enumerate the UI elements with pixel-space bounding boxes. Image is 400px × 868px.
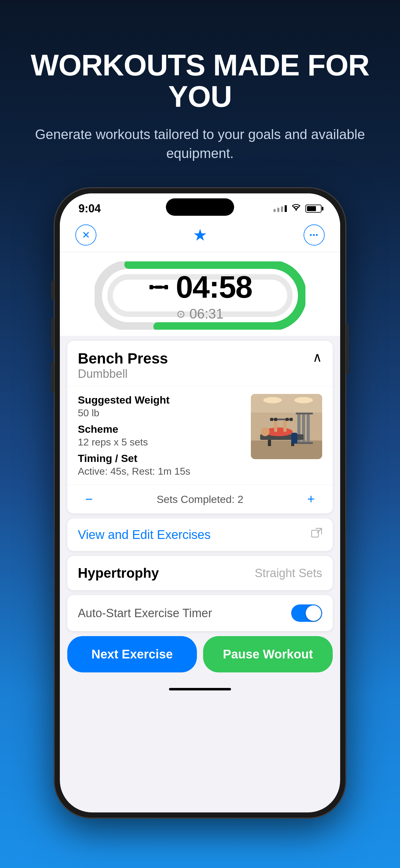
status-icons bbox=[273, 204, 322, 214]
timer-content: 04:58 ⊙ 06:31 bbox=[148, 269, 252, 321]
person-icon: ⊙ bbox=[176, 308, 185, 320]
exercise-card: Bench Press Dumbbell ∧ Suggested Weight … bbox=[67, 341, 333, 514]
svg-point-0 bbox=[296, 210, 297, 211]
view-edit-button[interactable]: View and Edit Exercises bbox=[67, 519, 333, 551]
sets-completed-text: Sets Completed: 2 bbox=[157, 493, 243, 505]
exercise-details: Suggested Weight 50 lb Scheme 12 reps x … bbox=[67, 386, 333, 485]
svg-rect-32 bbox=[291, 433, 297, 444]
status-bar: 9:04 bbox=[60, 193, 340, 218]
auto-start-label: Auto-Start Exercise Timer bbox=[78, 607, 212, 620]
close-button[interactable]: ✕ bbox=[75, 224, 96, 246]
svg-rect-31 bbox=[290, 418, 293, 421]
svg-rect-6 bbox=[155, 286, 163, 289]
signal-dot-4 bbox=[285, 205, 287, 212]
timer-sub-display: 06:31 bbox=[190, 306, 224, 321]
auto-start-toggle[interactable] bbox=[291, 604, 322, 622]
svg-rect-10 bbox=[251, 394, 322, 412]
pause-workout-button[interactable]: Pause Workout bbox=[203, 636, 333, 673]
status-time: 9:04 bbox=[78, 202, 101, 215]
scheme-value: 12 reps x 5 sets bbox=[78, 436, 241, 448]
svg-rect-33 bbox=[312, 530, 319, 537]
svg-rect-5 bbox=[153, 286, 155, 288]
svg-point-23 bbox=[261, 428, 269, 436]
auto-start-card: Auto-Start Exercise Timer bbox=[67, 595, 333, 631]
phone-volume-down-button bbox=[51, 362, 54, 393]
svg-point-13 bbox=[294, 397, 313, 403]
bottom-buttons: Next Exercise Pause Workout bbox=[60, 636, 340, 685]
hero-subtitle: Generate workouts tailored to your goals… bbox=[25, 125, 375, 163]
timer-sub: ⊙ 06:31 bbox=[148, 306, 252, 321]
dynamic-island bbox=[166, 198, 234, 216]
timer-section: 04:58 ⊙ 06:31 bbox=[60, 252, 340, 336]
exercise-name: Bench Press bbox=[78, 349, 168, 368]
suggested-weight-label: Suggested Weight bbox=[78, 394, 241, 406]
toggle-thumb bbox=[306, 606, 321, 621]
workout-type-card: Hypertrophy Straight Sets bbox=[67, 556, 333, 590]
chevron-up-icon[interactable]: ∧ bbox=[312, 349, 322, 365]
svg-rect-7 bbox=[163, 286, 164, 288]
more-icon: ••• bbox=[309, 231, 319, 239]
svg-rect-4 bbox=[149, 285, 153, 289]
view-edit-label: View and Edit Exercises bbox=[78, 528, 210, 542]
exercise-type: Dumbbell bbox=[78, 367, 168, 381]
wifi-icon bbox=[291, 204, 301, 214]
favorite-icon[interactable]: ★ bbox=[193, 226, 207, 244]
next-exercise-button[interactable]: Next Exercise bbox=[67, 636, 197, 673]
timing-label: Timing / Set bbox=[78, 452, 241, 464]
close-icon: ✕ bbox=[82, 229, 90, 241]
signal-dot-3 bbox=[281, 207, 283, 212]
sets-minus-button[interactable]: − bbox=[80, 492, 98, 507]
gym-image-svg bbox=[251, 394, 322, 459]
timing-value: Active: 45s, Rest: 1m 15s bbox=[78, 466, 241, 477]
exercise-info: Suggested Weight 50 lb Scheme 12 reps x … bbox=[78, 394, 241, 477]
timer-main-display: 04:58 bbox=[176, 269, 252, 305]
svg-rect-28 bbox=[270, 418, 273, 421]
hero-title: WORKOUTS MADE FOR YOU bbox=[25, 50, 375, 113]
svg-rect-30 bbox=[286, 418, 289, 421]
exercise-title-group: Bench Press Dumbbell bbox=[78, 349, 168, 381]
svg-rect-20 bbox=[268, 440, 271, 446]
exercise-header: Bench Press Dumbbell ∧ bbox=[67, 341, 333, 387]
workout-type-scheme: Straight Sets bbox=[255, 566, 322, 580]
phone-frame: 9:04 bbox=[54, 188, 346, 818]
sets-plus-button[interactable]: + bbox=[302, 492, 320, 507]
more-button[interactable]: ••• bbox=[304, 224, 325, 246]
home-indicator bbox=[169, 688, 231, 690]
phone-volume-up-button bbox=[51, 318, 54, 349]
svg-rect-8 bbox=[164, 285, 168, 289]
external-link-icon bbox=[311, 528, 322, 542]
hero-section: WORKOUTS MADE FOR YOU Generate workouts … bbox=[0, 0, 400, 182]
battery-icon bbox=[305, 205, 322, 213]
timer-main: 04:58 bbox=[148, 269, 252, 305]
svg-rect-18 bbox=[296, 442, 313, 444]
scheme-label: Scheme bbox=[78, 423, 241, 435]
dumbbell-icon bbox=[148, 274, 170, 300]
svg-rect-16 bbox=[307, 412, 310, 444]
exercise-image bbox=[251, 394, 322, 459]
svg-rect-29 bbox=[274, 418, 277, 421]
svg-point-12 bbox=[263, 397, 282, 403]
svg-rect-17 bbox=[296, 412, 313, 414]
suggested-weight-value: 50 lb bbox=[78, 407, 241, 419]
signal-dot-2 bbox=[277, 208, 279, 212]
phone-silent-button bbox=[51, 281, 54, 300]
sets-bar: − Sets Completed: 2 + bbox=[67, 485, 333, 514]
nav-bar: ✕ ★ ••• bbox=[60, 218, 340, 252]
signal-icon bbox=[273, 205, 287, 212]
timer-track: 04:58 ⊙ 06:31 bbox=[95, 261, 305, 330]
workout-type-name: Hypertrophy bbox=[78, 565, 159, 581]
phone-power-button bbox=[346, 324, 349, 374]
signal-dot-1 bbox=[273, 209, 276, 212]
phone-screen: 9:04 bbox=[60, 193, 340, 812]
